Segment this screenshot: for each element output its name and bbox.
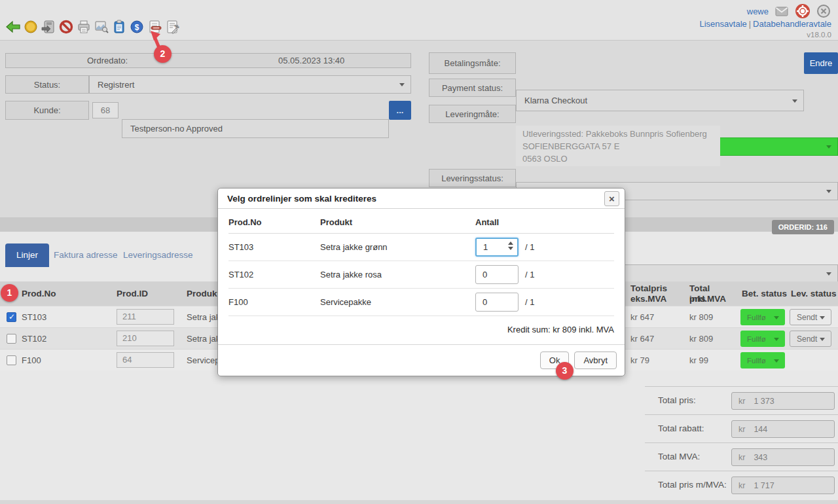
image-export-icon[interactable]	[94, 19, 109, 35]
modal-close-button[interactable]: ×	[604, 191, 619, 206]
modal-title: Velg ordrelinjer som skal krediteres	[218, 189, 625, 209]
coin-icon[interactable]	[23, 19, 39, 35]
total-pris-mva-value: kr1 717	[731, 477, 835, 494]
ordredato-value: 05.05.2023 13:40	[278, 56, 344, 65]
qty-value: 0	[483, 297, 487, 307]
top-header: wewe Lisensavtale|Databehandleravtale v1…	[0, 0, 838, 41]
tab-linjer[interactable]: Linjer	[5, 243, 49, 267]
total-pris-label: Total pris:	[658, 395, 696, 405]
total-pris-row: Total pris: kr1 373	[645, 386, 838, 414]
mail-icon[interactable]	[774, 3, 790, 19]
totals-section: Total pris: kr1 373 Total rabatt: kr144 …	[645, 386, 838, 499]
orderid-badge: ORDERID: 116	[772, 220, 834, 234]
currency-icon[interactable]: $	[129, 19, 145, 35]
chevron-down-icon	[826, 272, 831, 276]
avbryt-button[interactable]: Avbryt	[574, 351, 617, 369]
kredit-sum-label: Kredit sum: kr 809 inkl. MVA	[228, 316, 614, 344]
row-checkbox[interactable]	[7, 334, 16, 344]
save-icon[interactable]	[41, 19, 56, 35]
bet-status-select[interactable]: Fullfø	[740, 309, 785, 325]
qty-input[interactable]: 0	[475, 265, 519, 284]
spinner-stepper[interactable]	[508, 242, 513, 250]
chevron-down-icon	[826, 190, 831, 193]
chevron-down-icon	[774, 359, 779, 363]
cell-totalpris: kr 79	[630, 350, 649, 371]
modal-cell-produkt: Servicepakke	[320, 297, 475, 307]
total-pris-mva-row: Total pris m/MVA: kr1 717	[645, 471, 838, 499]
lisensavtale-link[interactable]: Lisensavtale	[699, 19, 746, 29]
betalingsmate-select[interactable]: Klarna Checkout	[516, 90, 804, 111]
cell-prod-id-input[interactable]: 210	[117, 331, 174, 346]
print-icon[interactable]	[76, 19, 92, 35]
qty-max-label: / 1	[525, 270, 534, 279]
header-lev-status: Lev. status	[791, 289, 837, 298]
total-mva-label: Total MVA:	[658, 452, 700, 461]
modal-row: ST103 Setra jakke grønn 1 / 1	[228, 234, 614, 261]
modal-table-header: Prod.No Produkt Antall	[228, 209, 614, 234]
cancel-icon[interactable]	[58, 19, 74, 35]
cell-totalpris: kr 647	[630, 328, 654, 350]
kunde-id-input[interactable]: 68	[92, 102, 118, 118]
utleveringssted-block: Utleveringssted: Pakkeboks Bunnpris Sofi…	[516, 126, 720, 166]
betalingsmate-label: Betalingsmåte:	[429, 52, 516, 74]
cell-prod-id-input[interactable]: 64	[117, 352, 174, 368]
edit-note-icon[interactable]: %	[164, 19, 180, 35]
lev-status-select[interactable]: Sendt	[790, 309, 831, 325]
kunde-name-input[interactable]: Testperson-no Approved	[122, 119, 389, 138]
total-rabatt-value: kr144	[731, 420, 835, 438]
chevron-down-icon	[774, 316, 779, 319]
cell-prod-no: ST102	[22, 328, 46, 350]
header-prod-id: Prod.ID	[117, 289, 148, 298]
total-pris-mva-label: Total pris m/MVA:	[658, 480, 727, 490]
cell-totalinkl: kr 99	[689, 350, 708, 371]
kunde-label: Kunde:	[5, 101, 89, 120]
tab-leveringsadresse[interactable]: Leveringsadresse	[123, 243, 193, 267]
cell-totalinkl: kr 809	[689, 306, 713, 328]
modal-header-antall: Antall	[475, 217, 614, 227]
bottom-edge-strip	[0, 500, 838, 504]
clipboard-icon[interactable]	[111, 19, 127, 35]
utleveringssted-line2: SOFIENBERGGATA 57 E	[522, 140, 714, 153]
step-2-marker: 2	[154, 45, 172, 63]
legal-separator: |	[749, 20, 751, 29]
chevron-down-icon	[399, 83, 405, 86]
leveringmate-label: Leveringmåte:	[429, 105, 516, 123]
utleveringssted-line3: 0563 OSLO	[522, 153, 714, 165]
row-checkbox[interactable]	[7, 312, 16, 322]
lev-status-select[interactable]: Sendt	[790, 331, 831, 347]
username-link[interactable]: wewe	[747, 7, 769, 16]
bet-status-select[interactable]: Fullfø	[740, 352, 785, 369]
qty-value: 1	[483, 242, 488, 252]
qty-value: 0	[483, 270, 487, 279]
header-produkt: Produkt	[187, 289, 220, 298]
status-label: Status:	[5, 75, 89, 94]
databehandleravtale-link[interactable]: Databehandleravtale	[753, 19, 831, 29]
betalingsmate-value: Klarna Checkout	[524, 96, 587, 105]
qty-input[interactable]: 1	[475, 238, 519, 257]
cell-prod-id-input[interactable]: 211	[117, 309, 174, 325]
leveringsstatus-label: Leveringsstatus:	[429, 169, 516, 187]
kunde-browse-button[interactable]: ...	[389, 101, 411, 120]
row-checkbox[interactable]	[7, 355, 16, 365]
status-select[interactable]: Registrert	[89, 75, 411, 94]
modal-cell-produkt: Setra jakke grønn	[320, 242, 475, 252]
total-mva-row: Total MVA: kr343	[645, 442, 838, 471]
qty-max-label: / 1	[525, 242, 534, 252]
modal-header-produkt: Produkt	[320, 217, 475, 227]
ordredato-field	[5, 53, 411, 68]
modal-cell-prod-no: ST103	[228, 242, 320, 252]
modal-row: ST102 Setra jakke rosa 0 / 1	[228, 261, 614, 289]
back-icon[interactable]	[5, 19, 21, 35]
cell-prod-no: ST103	[22, 306, 46, 328]
bet-status-select[interactable]: Fullfø	[740, 331, 785, 347]
cell-prod-no: F100	[22, 350, 41, 371]
svg-text:$: $	[135, 23, 139, 32]
endre-button[interactable]: Endre	[804, 52, 838, 74]
help-lifebuoy-icon[interactable]	[795, 3, 811, 19]
close-icon[interactable]	[816, 3, 831, 19]
qty-input[interactable]: 0	[475, 293, 519, 312]
utleveringssted-line1: Utleveringssted: Pakkeboks Bunnpris Sofi…	[522, 128, 714, 140]
tab-faktura-adresse[interactable]: Faktura adresse	[54, 243, 118, 267]
total-mva-value: kr343	[731, 448, 835, 466]
chevron-down-icon	[826, 145, 831, 149]
